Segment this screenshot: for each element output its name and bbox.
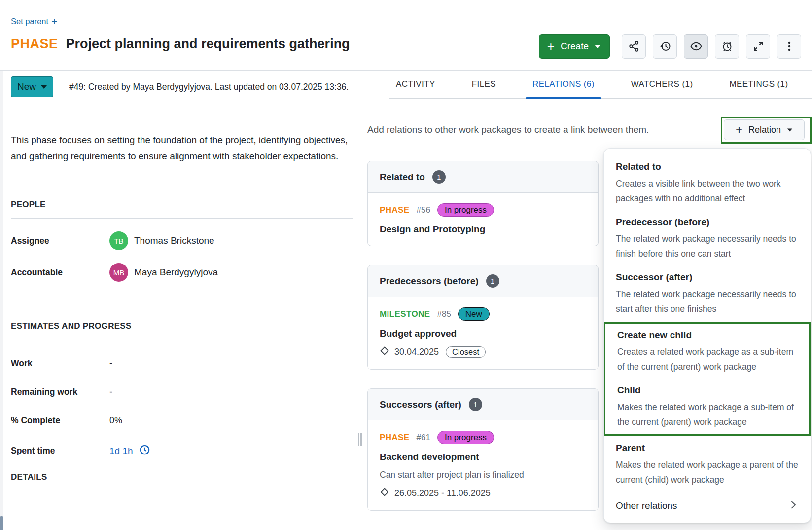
date-row: 26.05.2025 - 11.06.2025	[380, 487, 586, 499]
menu-item-other-relations[interactable]: Other relations	[604, 492, 811, 521]
remaining-work-value[interactable]: -	[109, 387, 353, 397]
menu-item-description: Creates a related work package as a sub-…	[617, 344, 799, 374]
assignee-value[interactable]: TB Thomas Brickstone	[109, 231, 353, 250]
tab-activity[interactable]: ACTIVITY	[389, 71, 442, 99]
share-button[interactable]	[622, 34, 646, 59]
menu-item-create-new-child[interactable]: Create new child Creates a related work …	[605, 324, 809, 379]
plus-icon: +	[547, 41, 555, 52]
page-header: Set parent + PHASE Project planning and …	[0, 0, 812, 71]
work-value[interactable]: -	[109, 358, 353, 369]
work-label: Work	[11, 358, 109, 369]
menu-item-description: Makes the related work package a sub-ite…	[617, 400, 799, 429]
work-package-details-pane: New #49: Created by Maya Berdygylyjova. …	[0, 71, 359, 530]
relation-count-badge: 1	[432, 170, 446, 184]
details-section-heading: DETAILS	[11, 472, 353, 491]
fullscreen-button[interactable]	[746, 34, 770, 59]
percent-complete-label: % Complete	[11, 416, 109, 426]
menu-item-description: The related work package necessarily nee…	[616, 287, 801, 316]
work-package-type[interactable]: PHASE	[11, 37, 58, 52]
work-package-page: Set parent + PHASE Project planning and …	[0, 0, 812, 530]
work-package-type: PHASE	[380, 433, 410, 443]
scrollbar-thumb[interactable]	[0, 516, 3, 530]
tab-meetings[interactable]: MEETINGS (1)	[722, 71, 795, 99]
menu-item-successor[interactable]: Successor (after) The related work packa…	[604, 266, 811, 321]
work-package-meta-row: MILESTONE #85 New	[380, 307, 586, 321]
add-relation-button[interactable]: + Relation	[724, 119, 805, 140]
chevron-down-icon	[595, 45, 600, 48]
fullscreen-icon	[752, 40, 764, 52]
set-parent-link[interactable]: Set parent +	[11, 17, 57, 26]
remaining-work-row: Remaining work -	[11, 387, 353, 397]
percent-complete-value[interactable]: 0%	[109, 416, 353, 426]
creation-meta: #49: Created by Maya Berdygylyjova. Last…	[69, 82, 349, 92]
other-relations-label: Other relations	[616, 500, 677, 511]
tab-files[interactable]: FILES	[465, 71, 503, 99]
reminder-button[interactable]	[715, 34, 739, 59]
chevron-right-icon	[789, 500, 798, 512]
menu-item-parent[interactable]: Parent Makes the related work package a …	[604, 437, 811, 492]
relation-date: 26.05.2025 - 11.06.2025	[394, 488, 491, 498]
relation-groups: Related to 1 PHASE #56 In progress Desig…	[367, 161, 599, 511]
work-package-type: MILESTONE	[380, 309, 430, 319]
work-package-link[interactable]: Design and Prototyping	[380, 224, 586, 235]
relation-group-header: Predecessors (before) 1	[368, 265, 598, 297]
accountable-value[interactable]: MB Maya Berdygylyjova	[109, 263, 353, 282]
spent-time-row: Spent time 1d 1h	[11, 444, 353, 457]
relation-date: 30.04.2025	[394, 347, 439, 357]
relation-group-header: Related to 1	[368, 161, 598, 193]
work-package-meta-row: PHASE #61 In progress	[380, 431, 586, 444]
alarm-clock-icon	[721, 40, 734, 53]
remaining-work-label: Remaining work	[11, 387, 109, 397]
relation-type-menu: Related to Creates a visible link betwee…	[603, 148, 811, 523]
spent-time-value: 1d 1h	[109, 446, 133, 456]
more-options-button[interactable]	[777, 34, 801, 59]
chevron-down-icon	[41, 85, 47, 89]
create-button[interactable]: + Create	[539, 34, 610, 59]
status-label: New	[17, 81, 36, 92]
toolbar: + Create	[539, 34, 801, 59]
left-pane-scrollbar[interactable]	[0, 71, 3, 530]
assignee-label: Assignee	[11, 236, 109, 246]
menu-item-related-to[interactable]: Related to Creates a visible link betwee…	[604, 155, 811, 211]
clock-icon	[139, 444, 150, 457]
work-package-link[interactable]: Backend development	[380, 452, 586, 462]
relation-group-related: Related to 1 PHASE #56 In progress Desig…	[367, 161, 599, 246]
date-row: 30.04.2025 Closest	[380, 346, 586, 358]
relation-item[interactable]: MILESTONE #85 New Budget approved 30.	[368, 297, 598, 369]
menu-item-child[interactable]: Child Makes the related work package a s…	[605, 379, 809, 434]
relations-intro-row: Add relations to other work packages to …	[367, 119, 812, 140]
plus-icon: +	[51, 18, 57, 26]
relation-group-title: Successors (after)	[380, 399, 461, 410]
status-dropdown[interactable]: New	[11, 76, 53, 97]
closest-tag: Closest	[446, 346, 486, 358]
pane-resize-handle[interactable]	[356, 433, 363, 446]
spent-time-link[interactable]: 1d 1h	[109, 444, 353, 457]
relation-item[interactable]: PHASE #61 In progress Backend developmen…	[368, 420, 598, 510]
work-package-id: #56	[417, 205, 430, 215]
activity-history-button[interactable]	[653, 34, 677, 59]
page-title[interactable]: Project planning and requirements gather…	[66, 37, 350, 52]
work-package-description[interactable]: This phase focuses on setting the founda…	[11, 132, 352, 164]
percent-complete-row: % Complete 0%	[11, 416, 353, 426]
relations-intro-text: Add relations to other work packages to …	[367, 124, 649, 135]
watch-button[interactable]	[684, 34, 708, 59]
relation-group-title: Related to	[380, 172, 425, 183]
status-badge: New	[458, 307, 490, 321]
menu-item-title: Predecessor (before)	[616, 216, 801, 228]
title-row: PHASE Project planning and requirements …	[11, 37, 350, 52]
work-package-id: #85	[437, 309, 451, 319]
menu-item-title: Related to	[616, 160, 801, 173]
estimates-section-heading: ESTIMATES AND PROGRESS	[11, 321, 353, 340]
relation-group-header: Successors (after) 1	[368, 389, 598, 420]
relation-count-badge: 1	[486, 274, 499, 288]
tab-relations[interactable]: RELATIONS (6)	[526, 71, 601, 99]
share-icon	[628, 40, 640, 52]
relation-item[interactable]: PHASE #56 In progress Design and Prototy…	[368, 193, 598, 246]
work-row: Work -	[11, 358, 353, 369]
menu-item-predecessor[interactable]: Predecessor (before) The related work pa…	[604, 211, 811, 266]
relation-group-predecessors: Predecessors (before) 1 MILESTONE #85 Ne…	[367, 265, 599, 370]
work-package-link[interactable]: Budget approved	[380, 328, 586, 339]
tab-watchers[interactable]: WATCHERS (1)	[624, 71, 700, 99]
assignee-name: Thomas Brickstone	[134, 235, 214, 246]
people-section-heading: PEOPLE	[11, 200, 353, 219]
